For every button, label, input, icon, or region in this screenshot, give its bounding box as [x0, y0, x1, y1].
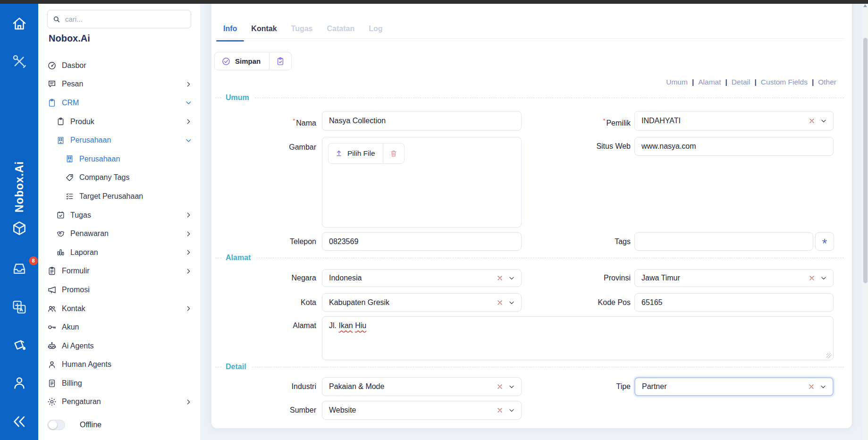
- alamat-textarea[interactable]: Jl. Ikan Hiu: [322, 316, 834, 360]
- kode-pos-input[interactable]: [634, 293, 834, 312]
- clear-icon[interactable]: [808, 383, 815, 390]
- translate-icon[interactable]: [11, 299, 27, 315]
- chevron-down-icon: [820, 274, 827, 282]
- nav-link-custom-fields[interactable]: Custom Fields: [761, 78, 808, 86]
- alamat-label: Alamat: [215, 316, 316, 335]
- upload-icon: [335, 149, 343, 158]
- clear-icon[interactable]: [497, 383, 503, 390]
- nama-input[interactable]: [322, 111, 522, 131]
- kode-pos-label: Kode Pos: [514, 293, 631, 312]
- sidebar-item-crm[interactable]: CRM: [38, 93, 200, 112]
- section-alamat: Alamat: [215, 253, 844, 263]
- save-button[interactable]: Simpan: [215, 52, 269, 70]
- offline-label: Offline: [80, 421, 101, 429]
- sidebar-item-penawaran[interactable]: Penawaran: [38, 224, 200, 243]
- chevron-right-icon: [185, 80, 193, 88]
- tipe-select[interactable]: Partner: [634, 377, 834, 396]
- clear-icon[interactable]: [809, 118, 815, 124]
- sidebar-item-kontak[interactable]: Kontak: [38, 299, 200, 318]
- trash-icon: [389, 149, 398, 158]
- pemilik-select[interactable]: INDAHYATI: [634, 111, 834, 131]
- provinsi-label: Provinsi: [514, 269, 631, 287]
- icon-rail: Nobox.Ai 8: [0, 0, 38, 440]
- scroll-up-arrow-icon[interactable]: [863, 4, 867, 7]
- sidebar-item-human-agents[interactable]: Human Agents: [38, 355, 200, 374]
- page-scrollbar[interactable]: [862, 0, 868, 440]
- industri-label: Industri: [215, 377, 316, 396]
- tags-input[interactable]: [634, 232, 813, 251]
- collapse-sidebar-icon[interactable]: [11, 414, 27, 430]
- package-icon[interactable]: [11, 220, 27, 237]
- nama-label: *Nama: [215, 111, 316, 133]
- negara-select[interactable]: Indonesia: [322, 269, 522, 287]
- sidebar-item-billing[interactable]: Billing: [38, 374, 200, 393]
- chevron-right-icon: [185, 118, 193, 126]
- sidebar-item-dasbor[interactable]: Dasbor: [38, 56, 200, 75]
- telepon-input[interactable]: [322, 232, 522, 251]
- offline-row: Offline: [47, 420, 101, 430]
- chevron-down-icon: [819, 383, 827, 390]
- kota-select[interactable]: Kabupaten Gresik: [322, 293, 522, 312]
- sidebar-item-formulir[interactable]: Formulir: [38, 262, 200, 281]
- tags-asterisk-button[interactable]: *: [815, 232, 834, 251]
- situs-web-input[interactable]: [634, 137, 834, 156]
- tags-label: Tags: [514, 232, 631, 251]
- delete-image-button[interactable]: [383, 144, 404, 163]
- sidebar-item-akun[interactable]: Akun: [38, 318, 200, 337]
- offline-toggle[interactable]: [47, 420, 65, 430]
- clear-icon[interactable]: [497, 275, 503, 281]
- gambar-label: Gambar: [215, 137, 316, 158]
- sidebar-item-pengaturan[interactable]: Pengaturan: [38, 393, 200, 412]
- sumber-select[interactable]: Website: [322, 401, 522, 420]
- scrollbar-thumb[interactable]: [863, 38, 868, 283]
- nav-link-alamat[interactable]: Alamat: [698, 78, 721, 86]
- sidebar-item-perusahaan[interactable]: Perusahaan: [38, 131, 200, 150]
- chevron-right-icon: [185, 230, 193, 238]
- provinsi-select[interactable]: Jawa Timur: [634, 269, 834, 287]
- sidebar-brand: Nobox.Ai: [49, 33, 90, 44]
- negara-label: Negara: [215, 269, 316, 287]
- inbox-icon[interactable]: 8: [11, 260, 27, 277]
- nav-link-other[interactable]: Other: [818, 78, 836, 86]
- telepon-label: Telepon: [215, 232, 316, 251]
- tambah-perusahaan-modal: Tambah Perusahaan Info Kontak Tugas Cata…: [211, 0, 852, 428]
- chevron-right-icon: [185, 211, 193, 219]
- section-detail: Detail: [215, 362, 844, 372]
- sidebar-search[interactable]: [47, 10, 191, 28]
- tipe-label: Tipe: [514, 377, 631, 396]
- gambar-preview-box: Pilih File: [322, 137, 522, 228]
- clipboard-check-button[interactable]: [269, 52, 291, 70]
- sidebar-item-target-perusahaan[interactable]: Target Perusahaan: [38, 187, 200, 206]
- home-icon[interactable]: [11, 16, 27, 32]
- sidebar-item-company-tags[interactable]: Company Tags: [38, 169, 200, 187]
- clear-icon[interactable]: [497, 299, 503, 306]
- profile-icon[interactable]: [11, 374, 27, 391]
- search-icon: [52, 15, 61, 24]
- top-bar: [0, 0, 868, 4]
- search-input[interactable]: [65, 15, 186, 23]
- chevron-right-icon: [185, 267, 193, 275]
- chevron-down-icon: [508, 406, 515, 414]
- sidebar-item-produk[interactable]: Produk: [38, 112, 200, 131]
- sidebar-item-ai-agents[interactable]: Ai Agents: [38, 337, 200, 355]
- sidebar-item-pesan[interactable]: Pesan: [38, 75, 200, 94]
- tools-icon[interactable]: [11, 53, 27, 69]
- paint-bucket-icon[interactable]: [11, 338, 27, 355]
- nav-link-umum[interactable]: Umum: [666, 78, 688, 86]
- check-circle-icon: [221, 57, 231, 66]
- sidebar-item-laporan[interactable]: Laporan: [38, 243, 200, 262]
- sidebar-item-perusahaan-sub[interactable]: Perusahaan: [38, 150, 200, 169]
- chevron-down-icon: [820, 117, 827, 125]
- section-umum: Umum: [215, 93, 844, 103]
- clear-icon[interactable]: [497, 407, 503, 414]
- nav-link-detail[interactable]: Detail: [732, 78, 750, 86]
- clear-icon[interactable]: [809, 275, 815, 281]
- pilih-file-button[interactable]: Pilih File: [329, 144, 383, 163]
- sidebar-item-tugas[interactable]: Tugas: [38, 206, 200, 225]
- sidebar-item-promosi[interactable]: Promosi: [38, 280, 200, 299]
- resize-handle[interactable]: [826, 353, 832, 358]
- industri-select[interactable]: Pakaian & Mode: [322, 377, 522, 396]
- chevron-down-icon: [185, 136, 193, 144]
- asterisk-icon: *: [822, 237, 827, 251]
- clipboard-check-icon: [276, 57, 285, 66]
